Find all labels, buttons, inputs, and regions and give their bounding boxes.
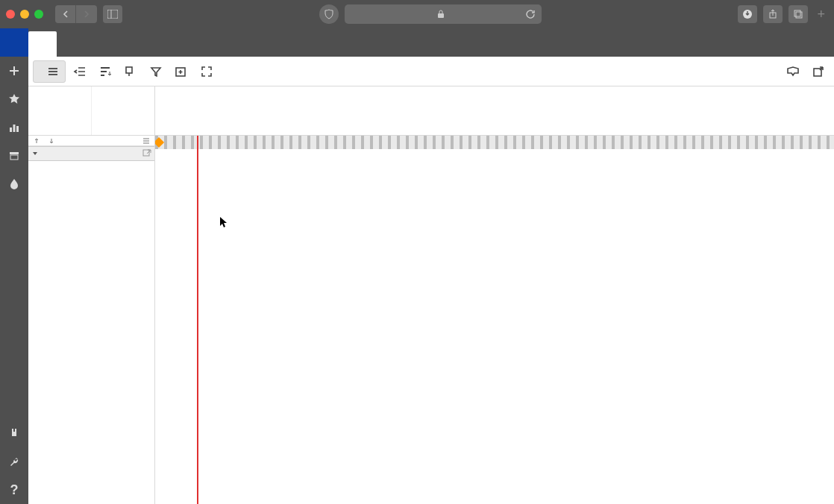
app-root: ?: [0, 28, 834, 504]
svg-rect-12: [12, 432, 16, 436]
window-controls: [6, 10, 43, 19]
svg-rect-11: [10, 155, 18, 160]
sort-up-icon[interactable]: [33, 137, 40, 145]
zoom-window-icon[interactable]: [34, 10, 43, 19]
close-window-icon[interactable]: [6, 10, 15, 19]
svg-rect-0: [107, 10, 118, 19]
reload-icon[interactable]: [525, 9, 536, 19]
rail-plug-icon[interactable]: [0, 419, 28, 447]
rail-chart-icon[interactable]: [0, 113, 28, 142]
sidebar-toggle-icon[interactable]: [103, 5, 122, 23]
svg-rect-5: [794, 10, 800, 16]
share-icon[interactable]: [763, 5, 783, 23]
rail-star-icon[interactable]: [0, 85, 28, 113]
nav-back-forward[interactable]: [55, 5, 97, 23]
view-button[interactable]: [33, 60, 66, 83]
end-date[interactable]: [91, 86, 154, 135]
timeline-header[interactable]: [155, 86, 834, 135]
browser-chrome: +: [0, 0, 834, 28]
svg-rect-9: [16, 126, 19, 132]
column-sort-bar[interactable]: [28, 136, 154, 146]
date-header: [28, 86, 834, 136]
left-rail: ?: [0, 28, 28, 504]
main-column: [28, 28, 834, 504]
minimize-window-icon[interactable]: [20, 10, 29, 19]
column-menu-icon[interactable]: [142, 137, 150, 145]
tab-row: [28, 28, 834, 57]
sort-icon[interactable]: [94, 60, 116, 83]
menu-icon: [48, 68, 57, 75]
gantt-chart[interactable]: [155, 136, 834, 504]
downloads-icon[interactable]: [738, 5, 757, 23]
outdent-icon[interactable]: [69, 60, 91, 83]
toolbar: [28, 57, 834, 86]
fullscreen-icon[interactable]: [195, 60, 218, 83]
group-header[interactable]: [28, 146, 154, 161]
rail-add-icon[interactable]: [0, 57, 28, 85]
back-icon[interactable]: [55, 5, 76, 23]
tabs-overview-icon[interactable]: [788, 5, 808, 23]
open-group-icon[interactable]: [142, 149, 151, 158]
svg-rect-18: [143, 150, 149, 156]
privacy-shield-icon[interactable]: [319, 4, 339, 24]
export-icon[interactable]: [807, 60, 830, 83]
timeline-strip: [155, 136, 834, 149]
forward-icon: [76, 5, 97, 23]
collapse-icon[interactable]: [31, 150, 39, 157]
sort-down-icon[interactable]: [48, 137, 55, 145]
rail-drop-icon[interactable]: [0, 170, 28, 198]
svg-rect-15: [126, 67, 132, 73]
grid-columns: [155, 149, 834, 504]
tab-resource-allocation[interactable]: [28, 31, 57, 57]
lock-icon: [437, 10, 445, 19]
svg-rect-10: [10, 152, 19, 154]
milestone-marker-icon[interactable]: [155, 137, 164, 148]
add-task-icon[interactable]: [170, 60, 192, 83]
app-logo[interactable]: [0, 28, 28, 57]
inbox-icon[interactable]: [782, 60, 804, 83]
sheet: [28, 136, 834, 504]
svg-rect-2: [438, 13, 444, 18]
today-line: [197, 136, 198, 504]
rail-help-icon[interactable]: ?: [0, 476, 28, 504]
rail-archive-icon[interactable]: [0, 142, 28, 170]
filter-icon[interactable]: [145, 60, 167, 83]
address-bar[interactable]: [345, 4, 542, 24]
date-range[interactable]: [28, 86, 155, 135]
row-headers: [28, 136, 155, 504]
start-date[interactable]: [28, 86, 91, 135]
svg-rect-8: [13, 125, 16, 132]
new-tab-icon[interactable]: +: [814, 7, 828, 22]
rail-settings-icon[interactable]: [0, 447, 28, 476]
svg-rect-7: [10, 127, 12, 132]
format-icon[interactable]: [119, 60, 142, 83]
svg-rect-6: [796, 12, 802, 18]
